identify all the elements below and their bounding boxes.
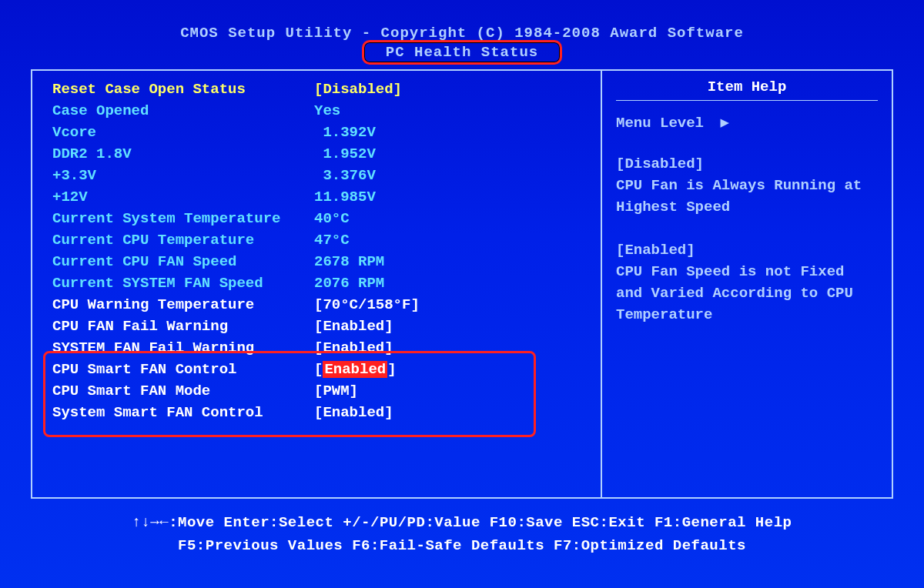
setting-row: +12V11.985V: [52, 186, 587, 208]
setting-value[interactable]: [Enabled]: [314, 316, 393, 337]
help-heading: [Disabled]: [616, 153, 878, 175]
footer-hints: ↑↓→←:Move Enter:Select +/-/PU/PD:Value F…: [31, 511, 893, 557]
setting-row: Current System Temperature40°C: [52, 208, 587, 229]
help-body: CPU Fan is Always Running at Highest Spe…: [616, 175, 878, 218]
settings-panel: Reset Case Open Status[Disabled]Case Ope…: [32, 71, 601, 497]
setting-row: Current CPU Temperature47°C: [52, 229, 587, 251]
setting-value: 40°C: [314, 208, 350, 229]
setting-value: 3.376V: [314, 165, 376, 186]
setting-value: 47°C: [314, 229, 350, 251]
setting-label: CPU FAN Fail Warning: [52, 316, 314, 337]
setting-label: DDR2 1.8V: [52, 143, 314, 165]
menu-level-label: Menu Level: [616, 115, 704, 132]
setting-row[interactable]: CPU Smart FAN Mode[PWM]: [52, 380, 587, 402]
setting-row[interactable]: CPU FAN Fail Warning[Enabled]: [52, 316, 587, 337]
bracket-open: [: [314, 361, 323, 378]
header-title: CMOS Setup Utility - Copyright (C) 1984-…: [31, 25, 893, 42]
menu-level: Menu Level ▶: [616, 113, 878, 132]
setting-row: DDR2 1.8V 1.952V: [52, 143, 587, 165]
footer-line-2: F5:Previous Values F6:Fail-Safe Defaults…: [31, 534, 893, 557]
setting-label: System Smart FAN Control: [52, 402, 314, 423]
panels: Reset Case Open Status[Disabled]Case Ope…: [31, 69, 893, 499]
help-title: Item Help: [616, 79, 878, 95]
setting-value: Yes: [314, 100, 340, 122]
bios-screen: CMOS Setup Utility - Copyright (C) 1984-…: [0, 0, 924, 588]
bracket-close: ]: [387, 361, 396, 378]
help-body: CPU Fan Speed is not Fixed and Varied Ac…: [616, 261, 878, 326]
setting-row[interactable]: SYSTEM FAN Fail Warning[Enabled]: [52, 337, 587, 359]
help-panel: Item Help Menu Level ▶ [Disabled]CPU Fan…: [601, 71, 892, 497]
page-subtitle: PC Health Status: [362, 40, 562, 65]
setting-value: 2678 RPM: [314, 251, 384, 272]
setting-row[interactable]: CPU Smart FAN Control[Enabled]: [52, 359, 587, 380]
subtitle-wrap: PC Health Status: [31, 40, 893, 65]
setting-label: CPU Smart FAN Control: [52, 359, 314, 380]
help-divider: [616, 100, 878, 101]
setting-value[interactable]: [Enabled]: [314, 359, 397, 380]
setting-value[interactable]: [Enabled]: [314, 402, 393, 423]
help-heading: [Enabled]: [616, 239, 878, 261]
chevron-right-icon: ▶: [720, 113, 728, 132]
footer-line-1: ↑↓→←:Move Enter:Select +/-/PU/PD:Value F…: [31, 511, 893, 534]
setting-row: Case OpenedYes: [52, 100, 587, 122]
setting-row: Vcore 1.392V: [52, 122, 587, 143]
setting-value: 1.952V: [314, 143, 376, 165]
setting-row[interactable]: Reset Case Open Status[Disabled]: [52, 79, 587, 100]
setting-value[interactable]: [PWM]: [314, 380, 358, 402]
setting-label: Current System Temperature: [52, 208, 314, 229]
setting-row: Current SYSTEM FAN Speed2076 RPM: [52, 272, 587, 294]
setting-value: 2076 RPM: [314, 272, 384, 294]
setting-value[interactable]: [Enabled]: [314, 337, 393, 359]
help-block: [Disabled]CPU Fan is Always Running at H…: [616, 153, 878, 218]
setting-label: Current CPU FAN Speed: [52, 251, 314, 272]
help-block: [Enabled]CPU Fan Speed is not Fixed and …: [616, 239, 878, 326]
setting-value: 1.392V: [314, 122, 376, 143]
setting-value[interactable]: [Disabled]: [314, 79, 402, 100]
setting-label: Case Opened: [52, 100, 314, 122]
setting-label: Current SYSTEM FAN Speed: [52, 272, 314, 294]
setting-label: SYSTEM FAN Fail Warning: [52, 337, 314, 359]
setting-label: +12V: [52, 186, 314, 208]
setting-value[interactable]: [70°C/158°F]: [314, 294, 420, 316]
selected-value[interactable]: Enabled: [323, 361, 387, 378]
setting-label: Vcore: [52, 122, 314, 143]
setting-label: +3.3V: [52, 165, 314, 186]
setting-label: CPU Smart FAN Mode: [52, 380, 314, 402]
setting-label: CPU Warning Temperature: [52, 294, 314, 316]
setting-row[interactable]: CPU Warning Temperature[70°C/158°F]: [52, 294, 587, 316]
setting-row: Current CPU FAN Speed2678 RPM: [52, 251, 587, 272]
setting-row: +3.3V 3.376V: [52, 165, 587, 186]
setting-label: Current CPU Temperature: [52, 229, 314, 251]
setting-row[interactable]: System Smart FAN Control[Enabled]: [52, 402, 587, 423]
setting-label: Reset Case Open Status: [52, 79, 314, 100]
setting-value: 11.985V: [314, 186, 376, 208]
